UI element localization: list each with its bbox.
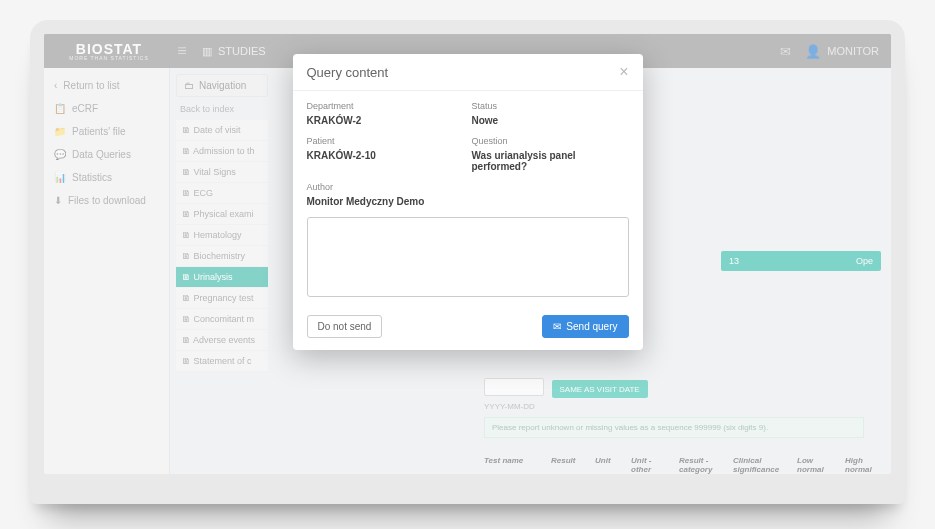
nav-return-label: Return to list — [63, 80, 119, 91]
chart-icon: 📊 — [54, 172, 66, 183]
table-head: Test name Result Unit Unit - other Resul… — [484, 456, 884, 474]
tree-item-label: ECG — [194, 188, 214, 198]
user-icon[interactable]: 👤 — [799, 44, 827, 59]
tree-item-label: Vital Signs — [194, 167, 236, 177]
th-low: Low normal — [797, 456, 833, 474]
page-icon: 🗎 — [182, 146, 193, 156]
secondary-nav: 🗀 Navigation Back to index 🗎 Date of vis… — [170, 68, 274, 474]
page-icon: 🗎 — [182, 125, 194, 135]
modal-title: Query content — [307, 65, 389, 80]
th-result: Result — [551, 456, 583, 474]
patient-value: KRAKÓW-2-10 — [307, 150, 464, 172]
tree-item[interactable]: 🗎 Biochemistry — [176, 246, 268, 267]
tree-item[interactable]: 🗎 Date of visit — [176, 120, 268, 141]
department-label: Department — [307, 101, 464, 111]
status-bar[interactable]: 13 Ope — [721, 251, 881, 271]
th-unit: Unit — [595, 456, 619, 474]
status-right: Ope — [856, 256, 873, 266]
send-label: Send query — [566, 321, 617, 332]
tree-item[interactable]: 🗎 Urinalysis — [176, 267, 268, 288]
th-result-cat: Result - category — [679, 456, 721, 474]
close-icon[interactable]: × — [619, 64, 628, 80]
tree-item-label: Physical exami — [194, 209, 254, 219]
nav-stats-label: Statistics — [72, 172, 112, 183]
chevron-left-icon: ‹ — [54, 80, 57, 91]
nav-patients[interactable]: 📁 Patients' file — [44, 120, 169, 143]
tree-item-label: Date of visit — [194, 125, 241, 135]
tree-item[interactable]: 🗎 Physical exami — [176, 204, 268, 225]
page-icon: 🗎 — [182, 209, 194, 219]
tree-item-label: Urinalysis — [194, 272, 233, 282]
page-icon: 🗎 — [182, 335, 193, 345]
status-label: Status — [472, 101, 629, 111]
page-icon: 🗎 — [182, 167, 194, 177]
page-icon: 🗎 — [182, 230, 194, 240]
question-label: Question — [472, 136, 629, 146]
clipboard-icon: 📋 — [54, 103, 66, 114]
page-icon: 🗎 — [182, 251, 194, 261]
patient-label: Patient — [307, 136, 464, 146]
hamburger-icon[interactable]: ≡ — [168, 42, 196, 60]
logo: BIOSTAT MORE THAN STATISTICS — [50, 41, 168, 61]
status-left: 13 — [729, 256, 739, 266]
nav-stats[interactable]: 📊 Statistics — [44, 166, 169, 189]
same-as-visit-button[interactable]: SAME AS VISIT DATE — [552, 380, 648, 398]
studies-label: STUDIES — [218, 45, 266, 57]
tree-item[interactable]: 🗎 Vital Signs — [176, 162, 268, 183]
navigation-header[interactable]: 🗀 Navigation — [176, 74, 268, 97]
nav-files[interactable]: ⬇ Files to download — [44, 189, 169, 212]
tree-item-label: Admission to th — [193, 146, 255, 156]
monitor-label[interactable]: MONITOR — [827, 45, 885, 57]
page-icon: 🗎 — [182, 188, 194, 198]
page-icon: 🗎 — [182, 293, 194, 303]
tree-item-label: Hematology — [194, 230, 242, 240]
department-value: KRAKÓW-2 — [307, 115, 464, 126]
query-modal: Query content × Department Status KRAKÓW… — [293, 54, 643, 350]
tree-item[interactable]: 🗎 Pregnancy test — [176, 288, 268, 309]
studies-breadcrumb[interactable]: ▥ STUDIES — [196, 45, 266, 58]
nav-ecrf-label: eCRF — [72, 103, 98, 114]
tree-item-label: Biochemistry — [194, 251, 246, 261]
nav-queries-label: Data Queries — [72, 149, 131, 160]
page-icon: 🗎 — [182, 272, 194, 282]
nav-ecrf[interactable]: 📋 eCRF — [44, 97, 169, 120]
tree-item[interactable]: 🗎 Hematology — [176, 225, 268, 246]
th-high: High normal — [845, 456, 881, 474]
nav-return[interactable]: ‹ Return to list — [44, 74, 169, 97]
tree-item-label: Concomitant m — [194, 314, 255, 324]
th-clinical: Clinical significance — [733, 456, 785, 474]
comment-icon: 💬 — [54, 149, 66, 160]
page-icon: 🗎 — [182, 314, 194, 324]
logo-subtext: MORE THAN STATISTICS — [69, 55, 148, 61]
question-value: Was urianalysis panel performed? — [472, 150, 629, 172]
tree-item-label: Statement of c — [194, 356, 252, 366]
navigation-label: Navigation — [199, 80, 246, 91]
author-label: Author — [307, 182, 629, 192]
nav-files-label: Files to download — [68, 195, 146, 206]
nav-queries[interactable]: 💬 Data Queries — [44, 143, 169, 166]
date-format-hint: YYYY-MM-DD — [484, 402, 884, 411]
tree-item-label: Adverse events — [193, 335, 255, 345]
folder-icon: 📁 — [54, 126, 66, 137]
tree-item-label: Pregnancy test — [194, 293, 254, 303]
form-tree: 🗎 Date of visit🗎 Admission to th🗎 Vital … — [176, 120, 268, 372]
note-bar: Please report unknown or missing values … — [484, 417, 864, 438]
query-textarea[interactable] — [307, 217, 629, 297]
tree-item[interactable]: 🗎 ECG — [176, 183, 268, 204]
page-icon: 🗎 — [182, 356, 194, 366]
nav-patients-label: Patients' file — [72, 126, 126, 137]
status-value: Nowe — [472, 115, 629, 126]
th-testname: Test name — [484, 456, 539, 474]
date-input[interactable] — [484, 378, 544, 396]
tree-item[interactable]: 🗎 Statement of c — [176, 351, 268, 372]
do-not-send-button[interactable]: Do not send — [307, 315, 383, 338]
send-query-button[interactable]: ✉ Send query — [542, 315, 628, 338]
back-to-index[interactable]: Back to index — [176, 97, 268, 118]
author-value: Monitor Medyczny Demo — [307, 196, 629, 207]
mail-send-icon: ✉ — [553, 321, 561, 332]
tree-item[interactable]: 🗎 Adverse events — [176, 330, 268, 351]
tree-item[interactable]: 🗎 Admission to th — [176, 141, 268, 162]
cards-icon: ▥ — [202, 45, 212, 58]
mail-icon[interactable]: ✉ — [771, 44, 799, 59]
tree-item[interactable]: 🗎 Concomitant m — [176, 309, 268, 330]
